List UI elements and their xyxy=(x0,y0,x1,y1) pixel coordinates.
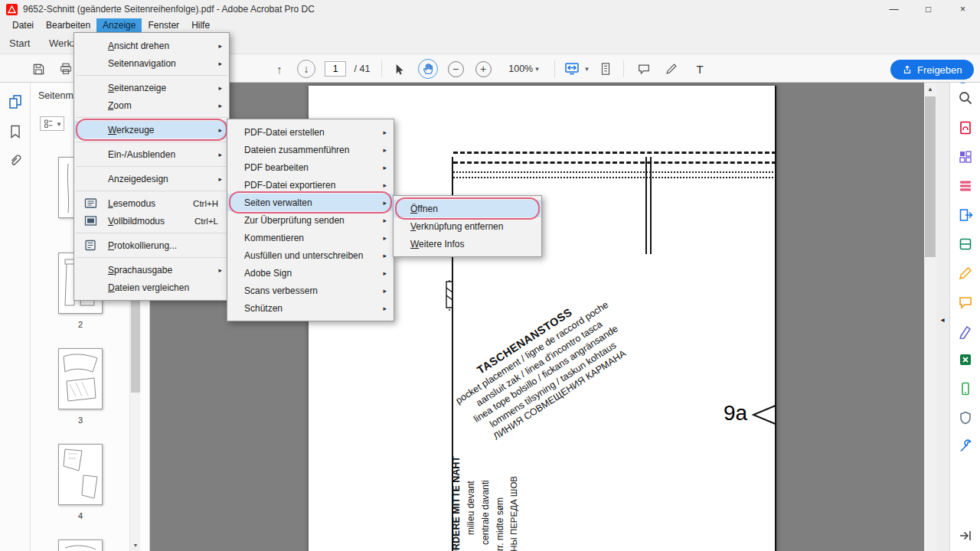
menu-item-zoom[interactable]: Zoom ▸ xyxy=(74,96,229,114)
protect-icon[interactable] xyxy=(958,410,973,425)
mobile-link-icon[interactable] xyxy=(958,381,973,396)
thumbnails-options-button[interactable]: ▾ xyxy=(40,116,64,131)
menu-item-pdf-datei-erstellen[interactable]: PDF-Datei erstellen ▸ xyxy=(227,123,394,141)
menu-item-ausfuellen-und-unterschreiben[interactable]: Ausfüllen und unterschreiben ▸ xyxy=(227,246,394,264)
shortcut-label: Ctrl+H xyxy=(193,199,218,208)
hand-tool-icon[interactable] xyxy=(417,54,439,83)
fit-width-tool-icon[interactable] xyxy=(562,54,582,83)
menu-item-pdf-datei-exportieren[interactable]: PDF-Datei exportieren ▸ xyxy=(227,176,394,194)
menu-item-pdf-bearbeiten[interactable]: PDF bearbeiten ▸ xyxy=(227,158,394,176)
piece-label-9a: 9a xyxy=(724,401,747,425)
menu-item-dateien-vergleichen[interactable]: Dateien vergleichen xyxy=(74,279,229,296)
page-display-icon[interactable] xyxy=(597,54,614,83)
zoom-in-button[interactable]: + xyxy=(474,54,492,83)
maximize-button[interactable]: □ xyxy=(911,0,946,18)
export-pdf-icon[interactable] xyxy=(958,207,973,223)
menu-item-zur-ueberpruefung-senden[interactable]: Zur Überprüfung senden ▸ xyxy=(227,211,394,229)
close-button[interactable]: × xyxy=(946,0,980,18)
more-tools-icon[interactable] xyxy=(958,439,973,454)
menu-fenster[interactable]: Fenster xyxy=(142,18,185,32)
scan-ocr-icon[interactable] xyxy=(958,236,973,252)
menu-item-weitere-infos[interactable]: Weitere Infos xyxy=(394,235,541,253)
scroll-up-icon[interactable]: ▲ xyxy=(924,83,936,95)
menu-separator xyxy=(76,191,227,191)
zoom-level-select[interactable]: 100% ▾ xyxy=(501,54,546,83)
menu-item-schuetzen[interactable]: Schützen ▸ xyxy=(227,299,394,317)
submenu-arrow-icon: ▸ xyxy=(383,181,387,189)
menu-datei[interactable]: Datei xyxy=(6,18,40,32)
collapse-panel-handle[interactable]: ◂ xyxy=(937,310,948,328)
submenu-arrow-icon: ▸ xyxy=(383,252,387,259)
pattern-dotted-line xyxy=(453,171,776,173)
menu-item-seitennavigation[interactable]: Seitennavigation ▸ xyxy=(74,54,229,72)
select-tool-icon[interactable] xyxy=(390,54,407,83)
center-front-text: centrale davanti xyxy=(480,480,491,545)
menu-separator xyxy=(76,257,227,258)
scroll-down-icon[interactable]: ▼ xyxy=(130,540,141,551)
thumbnail-page-3[interactable] xyxy=(58,348,103,409)
thumbnail-page-5[interactable] xyxy=(58,540,103,551)
export-excel-icon[interactable] xyxy=(958,352,973,367)
add-text-tool[interactable]: T xyxy=(691,54,708,83)
combine-files-icon[interactable] xyxy=(958,149,973,165)
pattern-hook-symbol xyxy=(440,279,457,312)
highlight-tool-icon[interactable] xyxy=(663,54,680,83)
scrollbar-thumb[interactable] xyxy=(925,96,936,257)
document-scrollbar[interactable]: ▲ xyxy=(924,83,936,551)
menu-item-vollbildmodus[interactable]: Vollbildmodus Ctrl+L xyxy=(74,212,229,230)
menu-separator xyxy=(76,166,227,167)
thumbnail-page-4[interactable] xyxy=(58,444,103,505)
submenu-arrow-icon: ▸ xyxy=(383,234,387,242)
freigeben-button[interactable]: Freigeben xyxy=(890,60,974,80)
submenu-arrow-icon: ▸ xyxy=(383,164,387,171)
menu-item-anzeigedesign[interactable]: Anzeigedesign ▸ xyxy=(74,170,229,187)
center-front-text: forr. midte søm xyxy=(495,497,505,551)
window-titlebar: 9652-Schnitt (geänderte Seitenreihenfolg… xyxy=(0,0,980,18)
create-pdf-icon[interactable] xyxy=(958,120,973,135)
print-icon[interactable] xyxy=(58,54,74,83)
scrollbar-thumb[interactable] xyxy=(131,289,140,393)
zoom-out-button[interactable]: − xyxy=(446,54,465,83)
page-number-input[interactable] xyxy=(325,61,346,77)
menu-item-sprachausgabe[interactable]: Sprachausgabe ▸ xyxy=(74,261,229,279)
expand-panel-icon[interactable] xyxy=(958,528,973,543)
organize-pages-icon[interactable] xyxy=(958,178,973,194)
menu-item-lesemodus[interactable]: Lesemodus Ctrl+H xyxy=(74,194,229,212)
submenu-arrow-icon: ▸ xyxy=(383,305,387,312)
attachments-icon[interactable] xyxy=(8,153,23,168)
menu-item-oeffnen[interactable]: Öffnen xyxy=(394,200,541,217)
menu-item-werkzeuge[interactable]: Werkzeuge ▸ xyxy=(74,121,229,139)
menu-item-kommentieren[interactable]: Kommentieren ▸ xyxy=(227,229,394,246)
fill-sign-icon[interactable] xyxy=(958,324,973,339)
menu-anzeige[interactable]: Anzeige xyxy=(96,18,142,32)
menu-item-adobe-sign[interactable]: Adobe Sign ▸ xyxy=(227,264,394,282)
chevron-down-icon[interactable]: ▾ xyxy=(582,54,590,83)
menu-item-seitenanzeige[interactable]: Seitenanzeige ▸ xyxy=(74,79,229,96)
menu-hilfe[interactable]: Hilfe xyxy=(185,18,216,32)
edit-pdf-icon[interactable] xyxy=(958,266,973,281)
active-tool-ring xyxy=(418,59,438,79)
previous-page-button[interactable]: ↑ xyxy=(271,54,288,83)
menu-item-verknuepfung-entfernen[interactable]: Verknüpfung entfernen xyxy=(394,217,541,235)
menu-item-ein-ausblenden[interactable]: Ein-/Ausblenden ▸ xyxy=(74,145,229,163)
menu-bearbeiten[interactable]: Bearbeiten xyxy=(40,18,96,32)
comment-tool-icon[interactable] xyxy=(635,54,652,83)
page-thumbnails-icon[interactable] xyxy=(8,94,23,109)
save-icon[interactable] xyxy=(31,54,46,83)
menu-item-seiten-verwalten[interactable]: Seiten verwalten ▸ xyxy=(227,194,394,211)
pattern-vertical-line xyxy=(650,157,652,254)
menu-item-dateien-zusammenfuehren[interactable]: Dateien zusammenführen ▸ xyxy=(227,141,394,158)
thumbnail-label: 4 xyxy=(58,511,103,520)
tab-start[interactable]: Start xyxy=(2,32,38,54)
bookmarks-icon[interactable] xyxy=(8,124,23,139)
menu-item-scans-verbessern[interactable]: Scans verbessern ▸ xyxy=(227,282,394,299)
next-page-button[interactable]: ↓ xyxy=(297,54,315,83)
comment-panel-icon[interactable] xyxy=(958,295,973,310)
notch-triangle xyxy=(751,403,776,426)
menu-item-protokollierung[interactable]: Protokollierung... xyxy=(74,236,229,254)
submenu-arrow-icon: ▸ xyxy=(218,151,222,158)
search-icon[interactable] xyxy=(958,90,973,106)
chevron-down-icon: ▾ xyxy=(535,65,539,73)
minimize-button[interactable]: — xyxy=(877,0,911,18)
menu-item-ansicht-drehen[interactable]: Ansicht drehen ▸ xyxy=(74,37,229,54)
